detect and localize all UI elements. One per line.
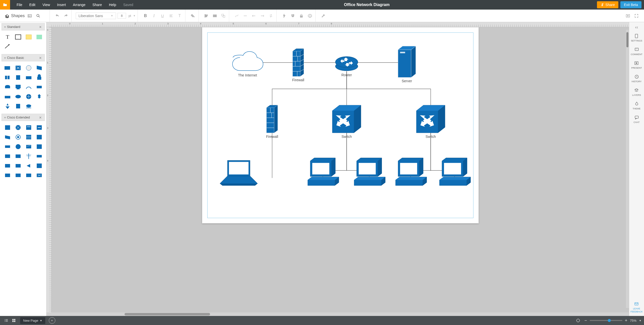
cisco-shape[interactable] [35, 143, 44, 151]
node-pc2[interactable] [354, 158, 385, 186]
cisco-shape[interactable] [3, 93, 12, 101]
cisco-shape[interactable] [3, 152, 12, 160]
cisco-shape[interactable] [3, 64, 12, 72]
node-pc1[interactable] [308, 158, 339, 186]
cisco-shape[interactable] [24, 102, 33, 110]
shape-note[interactable] [24, 33, 33, 41]
cisco-shape[interactable] [24, 93, 33, 101]
cisco-shape[interactable] [14, 83, 23, 91]
rp-history[interactable]: HISTORY [632, 74, 642, 83]
menu-file[interactable]: File [13, 0, 26, 10]
cisco-shape[interactable] [3, 124, 12, 132]
node-laptop[interactable] [220, 160, 258, 186]
cisco-shape[interactable] [35, 64, 44, 72]
list-view-icon[interactable] [3, 317, 10, 324]
scrollbar-horizontal[interactable] [47, 312, 629, 316]
actions-icon[interactable] [281, 12, 288, 19]
cisco-shape[interactable] [14, 64, 23, 72]
node-firewall1[interactable]: Firewall [292, 49, 304, 82]
cisco-shape[interactable] [24, 64, 33, 72]
rp-settings[interactable]: SETTINGS [631, 33, 642, 42]
cisco-shape[interactable] [14, 73, 23, 82]
cisco-shape[interactable] [14, 162, 23, 170]
cisco-shape[interactable] [24, 124, 33, 132]
cisco-shape[interactable] [24, 171, 33, 179]
collapse-icon[interactable]: ‹‹ [629, 24, 644, 31]
play-icon[interactable] [624, 12, 631, 19]
node-server[interactable]: Server [398, 46, 416, 83]
section-cisco-extended[interactable]: ▼ Cisco Extended ✕ [2, 114, 45, 121]
align-left-icon[interactable] [203, 12, 210, 19]
grid-view-icon[interactable] [10, 317, 18, 324]
swap-icon[interactable] [267, 12, 274, 19]
file-tab-icon[interactable] [0, 0, 10, 10]
cisco-shape[interactable] [35, 124, 44, 132]
cisco-shape[interactable] [3, 102, 12, 110]
cisco-shape[interactable] [35, 171, 44, 179]
cisco-shape[interactable] [35, 133, 44, 141]
page[interactable]: The Internet [202, 27, 479, 223]
line-curve-icon[interactable] [233, 12, 240, 19]
undo-icon[interactable] [54, 12, 61, 19]
shape-text[interactable]: T [3, 33, 12, 41]
target-icon[interactable] [574, 317, 582, 324]
menu-help[interactable]: Help [105, 0, 120, 10]
close-icon[interactable]: ✕ [39, 56, 43, 60]
menu-view[interactable]: View [39, 0, 54, 10]
cisco-shape[interactable] [3, 73, 12, 82]
scrollbar-vertical[interactable] [626, 30, 629, 308]
cisco-shape[interactable] [14, 133, 23, 141]
zoom-in-icon[interactable]: + [625, 318, 628, 323]
new-page-button[interactable]: New Page ▼ [20, 317, 45, 324]
zoom-value[interactable]: 75% [630, 319, 636, 322]
cisco-shape[interactable] [14, 124, 23, 132]
font-size-input[interactable] [117, 13, 126, 19]
node-pc3[interactable] [395, 158, 427, 186]
node-internet[interactable]: The Internet [232, 52, 263, 77]
zoom-out-icon[interactable]: − [584, 318, 587, 323]
section-cisco-basic[interactable]: ▼ Cisco Basic ✕ [2, 54, 45, 61]
cisco-shape[interactable] [35, 162, 44, 170]
document-title[interactable]: Office Network Diagram [137, 3, 597, 7]
cisco-shape[interactable] [14, 93, 23, 101]
cisco-shape[interactable] [3, 83, 12, 91]
node-router[interactable]: Router [335, 57, 358, 77]
cisco-shape[interactable] [14, 143, 23, 151]
fill-icon[interactable] [189, 12, 196, 19]
info-icon[interactable]: i [306, 12, 313, 19]
shapes-toggle[interactable]: Shapes [4, 14, 25, 18]
align-icon[interactable] [168, 12, 175, 19]
distribute-icon[interactable] [211, 12, 218, 19]
fullscreen-icon[interactable] [633, 12, 640, 19]
underline-icon[interactable]: U [159, 12, 166, 19]
rp-chat[interactable]: CHAT [634, 115, 640, 124]
cisco-shape[interactable] [3, 143, 12, 151]
cisco-shape[interactable] [35, 83, 44, 91]
wrench-icon[interactable] [320, 12, 327, 19]
shape-arrow[interactable] [3, 43, 12, 51]
rp-feedback[interactable]: LEAVE FEEDBACK [630, 301, 643, 313]
exit-beta-button[interactable]: Exit Beta [620, 1, 641, 8]
close-icon[interactable]: ✕ [39, 25, 43, 29]
line-style-icon[interactable] [242, 12, 249, 19]
cisco-shape[interactable] [3, 171, 12, 179]
rp-present[interactable]: PRESENT [631, 61, 642, 69]
cisco-shape[interactable] [24, 152, 33, 160]
cisco-shape[interactable] [14, 171, 23, 179]
menu-arrange[interactable]: Arrange [69, 0, 89, 10]
cisco-shape[interactable] [14, 152, 23, 160]
cisco-shape[interactable] [14, 102, 23, 110]
share-button[interactable]: Share [597, 1, 618, 8]
close-icon[interactable]: ✕ [39, 116, 43, 119]
group-icon[interactable] [220, 12, 227, 19]
cisco-shape[interactable] [24, 133, 33, 141]
menu-insert[interactable]: Insert [54, 0, 69, 10]
zoom-slider[interactable] [590, 320, 622, 321]
shape-rect[interactable] [14, 33, 23, 41]
italic-icon[interactable]: I [150, 12, 157, 19]
cisco-shape[interactable] [24, 162, 33, 170]
font-select[interactable]: Liberation Sans ▼ [76, 13, 116, 19]
cisco-shape[interactable] [35, 93, 44, 101]
arrow-start-icon[interactable] [250, 12, 257, 19]
canvas-scroll[interactable]: The Internet [52, 27, 629, 312]
